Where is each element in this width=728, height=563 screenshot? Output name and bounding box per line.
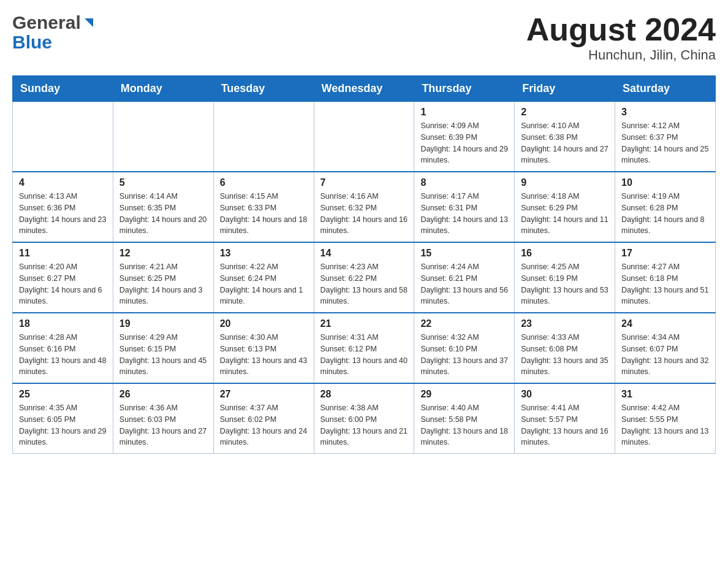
day-info: Sunrise: 4:13 AMSunset: 6:36 PMDaylight:… [19, 191, 107, 237]
calendar-cell: 3Sunrise: 4:12 AMSunset: 6:37 PMDaylight… [615, 102, 716, 172]
day-number: 5 [119, 177, 207, 188]
calendar-cell: 20Sunrise: 4:30 AMSunset: 6:13 PMDayligh… [213, 313, 314, 383]
day-info: Sunrise: 4:42 AMSunset: 5:55 PMDaylight:… [621, 402, 709, 448]
weekday-header-row: SundayMondayTuesdayWednesdayThursdayFrid… [13, 76, 716, 102]
calendar-cell [213, 102, 314, 172]
calendar-week-4: 18Sunrise: 4:28 AMSunset: 6:16 PMDayligh… [13, 313, 716, 383]
day-info: Sunrise: 4:21 AMSunset: 6:25 PMDaylight:… [119, 261, 207, 307]
weekday-header-wednesday: Wednesday [314, 76, 414, 102]
calendar-week-3: 11Sunrise: 4:20 AMSunset: 6:27 PMDayligh… [13, 242, 716, 313]
day-info: Sunrise: 4:16 AMSunset: 6:32 PMDaylight:… [320, 191, 408, 237]
day-number: 18 [19, 318, 107, 329]
day-number: 30 [521, 389, 609, 400]
calendar-cell: 28Sunrise: 4:38 AMSunset: 6:00 PMDayligh… [314, 383, 414, 454]
day-number: 7 [320, 177, 408, 188]
calendar-cell: 24Sunrise: 4:34 AMSunset: 6:07 PMDayligh… [615, 313, 716, 383]
calendar-cell: 26Sunrise: 4:36 AMSunset: 6:03 PMDayligh… [113, 383, 213, 454]
day-number: 22 [420, 318, 508, 329]
page-header: General Blue August 2024 Hunchun, Jilin,… [12, 12, 716, 63]
day-number: 24 [621, 318, 709, 329]
calendar-cell: 25Sunrise: 4:35 AMSunset: 6:05 PMDayligh… [13, 383, 113, 454]
day-info: Sunrise: 4:29 AMSunset: 6:15 PMDaylight:… [119, 332, 207, 378]
day-info: Sunrise: 4:33 AMSunset: 6:08 PMDaylight:… [521, 332, 609, 378]
day-info: Sunrise: 4:24 AMSunset: 6:21 PMDaylight:… [420, 261, 508, 307]
day-info: Sunrise: 4:10 AMSunset: 6:38 PMDaylight:… [521, 120, 609, 166]
calendar-cell [113, 102, 213, 172]
calendar-cell: 5Sunrise: 4:14 AMSunset: 6:35 PMDaylight… [113, 172, 213, 242]
weekday-header-tuesday: Tuesday [213, 76, 314, 102]
logo: General Blue [12, 12, 96, 52]
calendar-cell: 29Sunrise: 4:40 AMSunset: 5:58 PMDayligh… [414, 383, 515, 454]
calendar-cell: 18Sunrise: 4:28 AMSunset: 6:16 PMDayligh… [13, 313, 113, 383]
calendar-cell: 22Sunrise: 4:32 AMSunset: 6:10 PMDayligh… [414, 313, 515, 383]
day-info: Sunrise: 4:17 AMSunset: 6:31 PMDaylight:… [420, 191, 508, 237]
logo-triangle-icon [82, 16, 96, 29]
day-number: 14 [320, 248, 408, 259]
day-info: Sunrise: 4:31 AMSunset: 6:12 PMDaylight:… [320, 332, 408, 378]
calendar-cell: 12Sunrise: 4:21 AMSunset: 6:25 PMDayligh… [113, 242, 213, 313]
calendar-cell: 8Sunrise: 4:17 AMSunset: 6:31 PMDaylight… [414, 172, 515, 242]
day-info: Sunrise: 4:14 AMSunset: 6:35 PMDaylight:… [119, 191, 207, 237]
calendar-cell: 17Sunrise: 4:27 AMSunset: 6:18 PMDayligh… [615, 242, 716, 313]
day-info: Sunrise: 4:23 AMSunset: 6:22 PMDaylight:… [320, 261, 408, 307]
day-info: Sunrise: 4:20 AMSunset: 6:27 PMDaylight:… [19, 261, 107, 307]
day-number: 28 [320, 389, 408, 400]
day-info: Sunrise: 4:38 AMSunset: 6:00 PMDaylight:… [320, 402, 408, 448]
day-number: 16 [521, 248, 609, 259]
calendar-cell: 15Sunrise: 4:24 AMSunset: 6:21 PMDayligh… [414, 242, 515, 313]
calendar-cell: 9Sunrise: 4:18 AMSunset: 6:29 PMDaylight… [515, 172, 615, 242]
calendar-cell: 27Sunrise: 4:37 AMSunset: 6:02 PMDayligh… [213, 383, 314, 454]
day-number: 26 [119, 389, 207, 400]
calendar-cell: 30Sunrise: 4:41 AMSunset: 5:57 PMDayligh… [515, 383, 615, 454]
calendar-table: SundayMondayTuesdayWednesdayThursdayFrid… [12, 75, 716, 454]
day-info: Sunrise: 4:40 AMSunset: 5:58 PMDaylight:… [420, 402, 508, 448]
calendar-cell: 2Sunrise: 4:10 AMSunset: 6:38 PMDaylight… [515, 102, 615, 172]
day-number: 6 [220, 177, 308, 188]
calendar-cell [13, 102, 113, 172]
weekday-header-thursday: Thursday [414, 76, 515, 102]
calendar-cell: 19Sunrise: 4:29 AMSunset: 6:15 PMDayligh… [113, 313, 213, 383]
calendar-cell: 31Sunrise: 4:42 AMSunset: 5:55 PMDayligh… [615, 383, 716, 454]
calendar-week-1: 1Sunrise: 4:09 AMSunset: 6:39 PMDaylight… [13, 102, 716, 172]
calendar-cell: 23Sunrise: 4:33 AMSunset: 6:08 PMDayligh… [515, 313, 615, 383]
day-info: Sunrise: 4:25 AMSunset: 6:19 PMDaylight:… [521, 261, 609, 307]
weekday-header-saturday: Saturday [615, 76, 716, 102]
calendar-week-2: 4Sunrise: 4:13 AMSunset: 6:36 PMDaylight… [13, 172, 716, 242]
weekday-header-friday: Friday [515, 76, 615, 102]
svg-marker-0 [85, 18, 93, 27]
day-info: Sunrise: 4:41 AMSunset: 5:57 PMDaylight:… [521, 402, 609, 448]
month-title: August 2024 [526, 12, 716, 47]
logo-general-text: General [12, 12, 81, 33]
calendar-cell: 16Sunrise: 4:25 AMSunset: 6:19 PMDayligh… [515, 242, 615, 313]
day-number: 12 [119, 248, 207, 259]
calendar-cell: 7Sunrise: 4:16 AMSunset: 6:32 PMDaylight… [314, 172, 414, 242]
weekday-header-monday: Monday [113, 76, 213, 102]
calendar-week-5: 25Sunrise: 4:35 AMSunset: 6:05 PMDayligh… [13, 383, 716, 454]
day-number: 21 [320, 318, 408, 329]
day-number: 19 [119, 318, 207, 329]
day-number: 25 [19, 389, 107, 400]
calendar-cell: 4Sunrise: 4:13 AMSunset: 6:36 PMDaylight… [13, 172, 113, 242]
location: Hunchun, Jilin, China [526, 47, 716, 63]
day-info: Sunrise: 4:12 AMSunset: 6:37 PMDaylight:… [621, 120, 709, 166]
day-number: 31 [621, 389, 709, 400]
calendar-cell: 10Sunrise: 4:19 AMSunset: 6:28 PMDayligh… [615, 172, 716, 242]
day-number: 8 [420, 177, 508, 188]
day-info: Sunrise: 4:28 AMSunset: 6:16 PMDaylight:… [19, 332, 107, 378]
calendar-cell: 1Sunrise: 4:09 AMSunset: 6:39 PMDaylight… [414, 102, 515, 172]
day-info: Sunrise: 4:32 AMSunset: 6:10 PMDaylight:… [420, 332, 508, 378]
calendar-cell: 13Sunrise: 4:22 AMSunset: 6:24 PMDayligh… [213, 242, 314, 313]
day-info: Sunrise: 4:30 AMSunset: 6:13 PMDaylight:… [220, 332, 308, 378]
day-number: 11 [19, 248, 107, 259]
day-info: Sunrise: 4:35 AMSunset: 6:05 PMDaylight:… [19, 402, 107, 448]
day-number: 29 [420, 389, 508, 400]
day-info: Sunrise: 4:36 AMSunset: 6:03 PMDaylight:… [119, 402, 207, 448]
day-number: 2 [521, 107, 609, 118]
day-number: 23 [521, 318, 609, 329]
calendar-cell: 11Sunrise: 4:20 AMSunset: 6:27 PMDayligh… [13, 242, 113, 313]
day-number: 1 [420, 107, 508, 118]
day-info: Sunrise: 4:19 AMSunset: 6:28 PMDaylight:… [621, 191, 709, 237]
day-number: 27 [220, 389, 308, 400]
day-info: Sunrise: 4:34 AMSunset: 6:07 PMDaylight:… [621, 332, 709, 378]
title-section: August 2024 Hunchun, Jilin, China [526, 12, 716, 63]
